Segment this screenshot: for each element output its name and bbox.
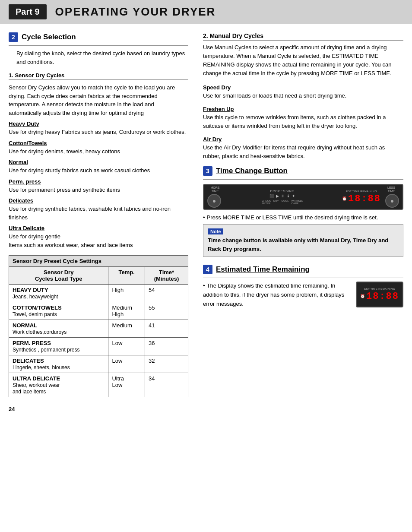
cycle-cotton-towels-title: Cotton/Towels — [9, 140, 188, 146]
left-column: 2 Cycle Selection By dialing the knob, s… — [9, 32, 199, 397]
section-2-badge: 2 — [9, 32, 18, 42]
less-time-button[interactable]: ● — [385, 194, 399, 208]
display-middle-panel: PROCESSING ⬛ ▶ ⏸ 🌡 ✦ CHECKFILTER DRY COO… — [225, 190, 339, 205]
speed-dry-text: Use for small loads or loads that need a… — [203, 92, 403, 100]
sensor-dry-divider — [9, 79, 188, 80]
page-number: 24 — [0, 397, 412, 417]
est-bullet: •The Display shows the estimated time re… — [203, 282, 349, 308]
display-icons-row: ⬛ ▶ ⏸ 🌡 ✦ — [269, 194, 295, 198]
cycle-heavy-duty-text: Use for drying heavy Fabrics such as jea… — [9, 128, 188, 136]
preset-cycle-table: Sensor Dry Preset Cycle Settings Sensor … — [9, 255, 188, 397]
section-3-badge: 3 — [203, 166, 212, 176]
est-display-small: EST.TIME REMAINING ⏰ 18:88 — [356, 282, 403, 307]
cycle-cotton-towels-text: Use for drying denims, towels, heavy cot… — [9, 147, 188, 156]
cell-temp-delicates: Low — [108, 355, 145, 373]
cell-load-cotton: COTTON/TOWELSTowel, denim pants — [9, 302, 108, 320]
more-time-group: MORETIME ● — [207, 186, 223, 208]
est-small-label: EST.TIME REMAINING — [364, 288, 395, 290]
more-time-button[interactable]: ● — [207, 194, 221, 208]
manual-dry-heading: 2. Manual Dry Cycles — [203, 32, 403, 41]
main-content: 2 Cycle Selection By dialing the knob, s… — [0, 32, 412, 397]
section-divider — [9, 45, 188, 46]
table-row: COTTON/TOWELSTowel, denim pants MediumHi… — [9, 302, 188, 320]
page-header: Part 9 OPERATING YOUR DRYER — [0, 0, 412, 24]
intro-text: By dialing the knob, select the desired … — [16, 49, 188, 66]
wrinkle-label: WRINKLECARE — [292, 200, 303, 205]
more-time-label: MORETIME — [211, 186, 220, 193]
less-time-label: LESSTIME — [387, 186, 395, 193]
less-time-group: LESSTIME ● — [383, 186, 399, 208]
cell-time-perm: 36 — [145, 338, 188, 355]
panel-icon-5: ✦ — [292, 194, 295, 198]
cell-time-ultra: 34 — [145, 373, 188, 397]
cycle-delicates-title: Delicates — [9, 197, 188, 204]
cell-temp-cotton: MediumHigh — [108, 302, 145, 320]
col-header-temp: Temp. — [108, 267, 145, 285]
cell-load-ultra: ULTRA DELICATEShear, workout wearand lac… — [9, 373, 108, 397]
table-row: NORMALWork clothes,corduroys Medium 41 — [9, 320, 188, 338]
freshen-up-text: Use this cycle to remove wrinkles from i… — [203, 113, 403, 130]
bottom-labels-row: CHECKFILTER DRY COOL WRINKLECARE — [262, 200, 303, 205]
cell-load-normal: NORMALWork clothes,corduroys — [9, 320, 108, 338]
time-change-heading: 3 Time Change Button — [203, 166, 403, 176]
est-time-heading: 4 Estimated Time Remaining — [203, 265, 403, 274]
check-filter-label: CHECKFILTER — [262, 200, 271, 205]
cycles-list: Heavy Duty Use for drying heavy Fabrics … — [9, 120, 188, 249]
est-small-clock-icon: ⏰ — [360, 294, 365, 298]
cell-load-delicates: DELICATESLingerie, sheets, blouses — [9, 355, 108, 373]
time-value: 18:88 — [348, 193, 381, 204]
dry-label: DRY — [273, 200, 279, 205]
est-text-block: •The Display shows the estimated time re… — [203, 282, 349, 308]
manual-dry-section: 2. Manual Dry Cycles Use Manual Cycles t… — [203, 32, 403, 78]
table-row: DELICATESLingerie, sheets, blouses Low 3… — [9, 355, 188, 373]
cell-temp-normal: Medium — [108, 320, 145, 338]
note-box: Note Time change button is available onl… — [203, 224, 403, 257]
display-right-panel: EST.TIME REMAINING ⏰ 18:88 — [342, 190, 381, 204]
cell-time-heavy: 54 — [145, 285, 188, 302]
table-row: PERM. PRESSSynthetics , permanent press … — [9, 338, 188, 355]
clock-icon: ⏰ — [342, 196, 347, 201]
processing-label: PROCESSING — [270, 190, 295, 193]
sensor-dry-text: Sensor Dry Cycles allow you to match the… — [9, 83, 188, 117]
cell-load-heavy: HEAVY DUTYJeans, heavyweight — [9, 285, 108, 302]
air-dry-text: Use the Air Dry Modifier for items that … — [203, 143, 403, 160]
intro-bullet: By dialing the knob, select the desired … — [9, 49, 188, 66]
cycle-normal-title: Normal — [9, 159, 188, 165]
cycle-selection-heading: 2 Cycle Selection — [9, 32, 188, 42]
air-dry-section: Air Dry Use the Air Dry Modifier for ite… — [203, 136, 403, 160]
page-title: OPERATING YOUR DRYER — [55, 5, 216, 19]
manual-dry-text: Use Manual Cycles to select a specific a… — [203, 43, 403, 78]
cycle-ultra-delicate-text: Use for drying gentleItems such as worko… — [9, 232, 188, 249]
panel-icon-2: ▶ — [276, 194, 279, 198]
section-4-badge: 4 — [203, 265, 212, 274]
right-column: 2. Manual Dry Cycles Use Manual Cycles t… — [199, 32, 403, 397]
cool-label: COOL — [282, 200, 289, 205]
panel-icon-4: 🌡 — [286, 194, 290, 198]
est-small-time-value: 18:88 — [366, 291, 399, 302]
cell-time-cotton: 55 — [145, 302, 188, 320]
note-text: Time change button is available only wit… — [208, 236, 399, 253]
note-badge: Note — [208, 228, 223, 234]
cycle-ultra-delicate-title: Ultra Delicate — [9, 225, 188, 231]
speed-dry-section: Speed Dry Use for small loads or loads t… — [203, 84, 403, 100]
cycle-heavy-duty-title: Heavy Duty — [9, 120, 188, 127]
time-change-display: MORETIME ● PROCESSING ⬛ ▶ ⏸ 🌡 ✦ — [203, 184, 403, 210]
cycle-normal-text: Use for drying sturdy fabrics such as wo… — [9, 166, 188, 175]
part-badge: Part 9 — [9, 4, 47, 19]
freshen-up-section: Freshen Up Use this cycle to remove wrin… — [203, 106, 403, 130]
table-row: HEAVY DUTYJeans, heavyweight High 54 — [9, 285, 188, 302]
est-time-title: Estimated Time Remaining — [216, 265, 310, 274]
sensor-dry-heading: 1. Sensor Dry Cycles — [9, 72, 188, 79]
cycle-selection-title: Cycle Selection — [22, 33, 76, 41]
time-change-title: Time Change Button — [216, 167, 288, 175]
estimated-time-section: 4 Estimated Time Remaining •The Display … — [203, 265, 403, 308]
cycle-delicates-text: Use for drying synthetic fabrics, washab… — [9, 205, 188, 222]
cell-temp-heavy: High — [108, 285, 145, 302]
est-time-row: ⏰ 18:88 — [342, 193, 381, 204]
est-small-time-row: ⏰ 18:88 — [360, 291, 399, 302]
est-label: EST.TIME REMAINING — [346, 190, 377, 193]
cell-time-normal: 41 — [145, 320, 188, 338]
time-change-bullet: •Press MORE TIME or LESS TIME until the … — [203, 214, 403, 221]
cell-time-delicates: 32 — [145, 355, 188, 373]
cycle-perm-press-title: Perm. press — [9, 178, 188, 185]
